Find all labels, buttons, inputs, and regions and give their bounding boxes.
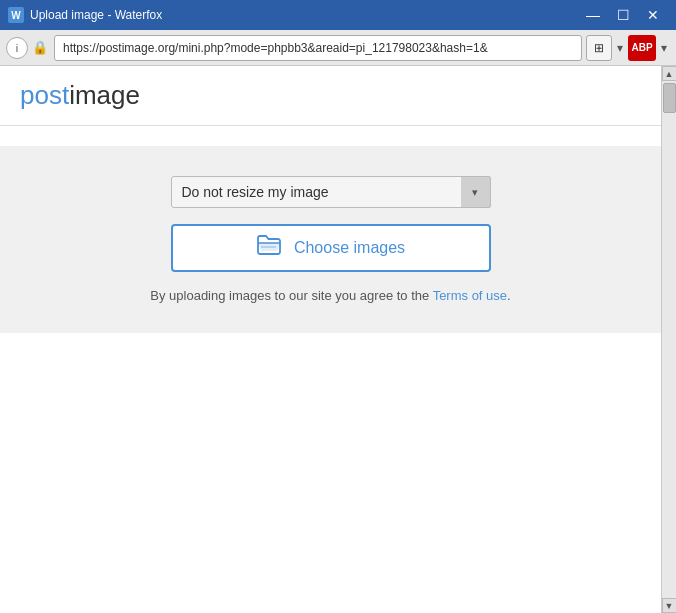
terms-prefix: By uploading images to our site you agre… xyxy=(150,288,432,303)
maximize-button[interactable]: ☐ xyxy=(608,0,638,30)
scroll-up-button[interactable]: ▲ xyxy=(662,66,677,81)
abp-button[interactable]: ABP xyxy=(628,35,656,61)
titlebar: W Upload image - Waterfox — ☐ ✕ xyxy=(0,0,676,30)
lock-icon: 🔒 xyxy=(32,40,48,55)
minimize-button[interactable]: — xyxy=(578,0,608,30)
titlebar-controls: — ☐ ✕ xyxy=(578,0,668,30)
titlebar-title: Upload image - Waterfox xyxy=(30,8,578,22)
site-logo: postimage xyxy=(20,80,641,111)
logo-area: postimage xyxy=(0,66,661,126)
manager-icon: ⊞ xyxy=(594,41,604,55)
close-button[interactable]: ✕ xyxy=(638,0,668,30)
scroll-thumb[interactable] xyxy=(663,83,676,113)
folder-icon xyxy=(256,234,282,262)
address-input[interactable] xyxy=(54,35,582,61)
scrollbar: ▲ ▼ xyxy=(661,66,676,613)
manager-button[interactable]: ⊞ xyxy=(586,35,612,61)
resize-select-wrapper: Do not resize my image 320 x 240 640 x 4… xyxy=(171,176,491,208)
terms-of-use-link[interactable]: Terms of use xyxy=(433,288,507,303)
choose-images-button[interactable]: Choose images xyxy=(171,224,491,272)
page-area: postimage Do not resize my image 320 x 2… xyxy=(0,66,661,613)
logo-post: post xyxy=(20,80,69,110)
scroll-down-button[interactable]: ▼ xyxy=(662,598,677,613)
titlebar-icon: W xyxy=(8,7,24,23)
main-content: Do not resize my image 320 x 240 640 x 4… xyxy=(0,146,661,333)
info-button[interactable]: i xyxy=(6,37,28,59)
addressbar: i 🔒 ⊞ ▾ ABP ▾ xyxy=(0,30,676,66)
terms-suffix: . xyxy=(507,288,511,303)
browser-content: postimage Do not resize my image 320 x 2… xyxy=(0,66,676,613)
choose-images-label: Choose images xyxy=(294,239,405,257)
resize-select[interactable]: Do not resize my image 320 x 240 640 x 4… xyxy=(171,176,491,208)
abp-dropdown-arrow[interactable]: ▾ xyxy=(658,41,670,55)
addr-actions: ⊞ ▾ ABP ▾ xyxy=(586,35,670,61)
addr-dropdown-arrow[interactable]: ▾ xyxy=(614,41,626,55)
logo-image: image xyxy=(69,80,140,110)
terms-text: By uploading images to our site you agre… xyxy=(150,288,510,303)
